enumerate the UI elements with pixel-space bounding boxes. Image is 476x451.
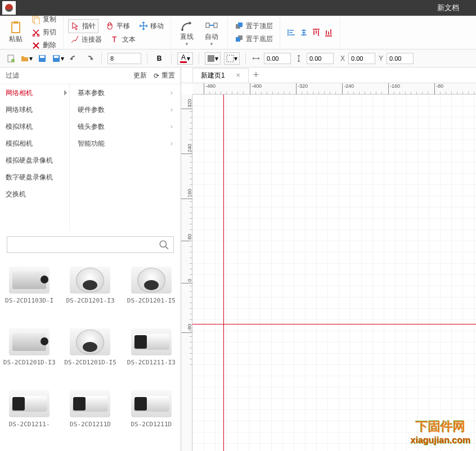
open-file-button[interactable]: ▾ bbox=[20, 52, 33, 65]
svg-rect-20 bbox=[54, 56, 59, 58]
pan-button[interactable]: 平移 bbox=[103, 19, 132, 33]
subcategory-item[interactable]: 硬件参数› bbox=[70, 101, 181, 118]
font-color-button[interactable]: A▾ bbox=[177, 52, 193, 65]
send-back-button[interactable]: 置于底层 bbox=[232, 33, 275, 46]
font-size-input[interactable] bbox=[107, 53, 141, 64]
fill-color-button[interactable]: ▾ bbox=[205, 52, 221, 65]
titlebar: 新文档 bbox=[0, 0, 476, 16]
product-thumbnail bbox=[70, 328, 110, 355]
height-icon bbox=[294, 54, 303, 63]
product-label: DS-2CD1201-I3 bbox=[66, 297, 114, 305]
align-bottom-icon[interactable] bbox=[324, 28, 333, 37]
search-icon[interactable] bbox=[159, 240, 169, 250]
product-label: DS-2CD1211-I3 bbox=[127, 359, 176, 367]
sidebar: 过滤 更新 ⟳重置 网络相机网络球机模拟球机模拟相机模拟硬盘录像机数字硬盘录像机… bbox=[0, 67, 181, 451]
product-label: DS-2CD1201D-I3 bbox=[3, 359, 56, 367]
product-item[interactable]: DS-2CD1211D bbox=[122, 387, 181, 447]
product-thumbnail bbox=[131, 390, 172, 417]
text-icon: T bbox=[111, 35, 120, 44]
product-item[interactable]: DS-2CD1201D-I5 bbox=[61, 325, 119, 385]
bring-front-button[interactable]: 置于顶层 bbox=[232, 20, 275, 33]
chevron-right-icon: › bbox=[170, 89, 173, 97]
search-box[interactable] bbox=[7, 236, 174, 253]
category-item[interactable]: 模拟相机 bbox=[0, 135, 69, 152]
category-item[interactable]: 模拟硬盘录像机 bbox=[0, 152, 69, 169]
cut-button[interactable]: 剪切 bbox=[29, 26, 59, 39]
product-item[interactable]: DS-2CD1201D-I3 bbox=[0, 325, 59, 385]
svg-rect-21 bbox=[208, 55, 214, 62]
chevron-right-icon: › bbox=[170, 139, 173, 147]
add-tab-button[interactable]: + bbox=[253, 69, 259, 81]
undo-button[interactable] bbox=[68, 52, 80, 65]
subcategory-item[interactable]: 基本参数› bbox=[70, 84, 181, 101]
svg-rect-0 bbox=[12, 22, 20, 33]
cut-icon bbox=[32, 28, 41, 37]
product-grid: DS-2CD1103D-IDS-2CD1201-I3DS-2CD1201-I5D… bbox=[0, 259, 181, 451]
ruler-vertical: 320240160800-80 bbox=[181, 94, 192, 451]
category-item[interactable]: 数字硬盘录像机 bbox=[0, 169, 69, 186]
refresh-icon: ⟳ bbox=[154, 72, 159, 80]
filter-label: 过滤 bbox=[6, 71, 127, 80]
y-input[interactable] bbox=[387, 53, 414, 64]
product-label: DS-2CD1201D-I5 bbox=[64, 359, 116, 367]
subcategory-item[interactable]: 镜头参数› bbox=[70, 118, 181, 135]
connector-icon bbox=[70, 35, 79, 44]
save-as-button[interactable]: ▾ bbox=[52, 52, 64, 65]
product-thumbnail bbox=[131, 267, 172, 294]
align-top-icon[interactable] bbox=[312, 28, 321, 37]
reset-button[interactable]: ⟳重置 bbox=[154, 71, 175, 80]
width-icon bbox=[252, 54, 261, 63]
product-item[interactable]: DS-2CD1103D-I bbox=[0, 263, 59, 323]
subcategory-item[interactable]: 智能功能› bbox=[70, 135, 181, 152]
product-label: DS-2CD1103D-I bbox=[5, 297, 53, 305]
border-style-button[interactable]: ▾ bbox=[224, 52, 240, 65]
search-input[interactable] bbox=[12, 241, 159, 249]
bold-button[interactable]: B bbox=[153, 52, 165, 65]
product-item[interactable]: DS-2CD1211D bbox=[61, 387, 119, 447]
product-label: DS-2CD1201-I5 bbox=[127, 297, 176, 305]
product-thumbnail bbox=[9, 328, 50, 355]
paste-button[interactable]: 粘贴 bbox=[5, 19, 27, 46]
copy-button[interactable]: 复制 bbox=[29, 13, 59, 26]
svg-point-23 bbox=[160, 241, 166, 247]
align-left-icon[interactable] bbox=[287, 28, 296, 37]
delete-button[interactable]: 删除 bbox=[29, 39, 59, 52]
product-item[interactable]: DS-2CD1211-I3 bbox=[122, 325, 181, 385]
pointer-icon bbox=[71, 21, 80, 30]
product-thumbnail bbox=[70, 390, 110, 417]
product-item[interactable]: DS-2CD1211- bbox=[0, 387, 59, 447]
line-button[interactable]: 直线▼ bbox=[176, 16, 198, 49]
auto-button[interactable]: 自动▼ bbox=[200, 16, 223, 49]
copy-icon bbox=[32, 15, 41, 24]
x-input[interactable] bbox=[348, 53, 375, 64]
close-tab-icon[interactable]: × bbox=[236, 71, 240, 79]
category-item[interactable]: 网络相机 bbox=[0, 84, 69, 101]
product-item[interactable]: DS-2CD1201-I3 bbox=[61, 263, 119, 323]
align-center-icon[interactable] bbox=[299, 28, 308, 37]
product-item[interactable]: DS-2CD1201-I5 bbox=[122, 263, 181, 323]
y-label: Y bbox=[379, 55, 383, 62]
redo-button[interactable] bbox=[83, 52, 96, 65]
category-item[interactable]: 网络球机 bbox=[0, 101, 69, 118]
canvas-area: 新建页1 × + -480-400-320-240-160-80 3202401… bbox=[181, 67, 476, 451]
svg-text:+: + bbox=[12, 59, 14, 62]
update-button[interactable]: 更新 bbox=[133, 71, 147, 80]
tab-bar: 新建页1 × + bbox=[181, 67, 476, 83]
save-button[interactable] bbox=[36, 52, 48, 65]
tab-page1[interactable]: 新建页1 × bbox=[192, 68, 249, 83]
category-item[interactable]: 交换机 bbox=[0, 186, 69, 202]
category-item[interactable]: 模拟球机 bbox=[0, 118, 69, 135]
height-input[interactable] bbox=[307, 53, 334, 64]
origin-line-v bbox=[223, 94, 224, 451]
canvas[interactable]: 下固件网 xiagujian.com bbox=[192, 94, 476, 451]
svg-rect-8 bbox=[206, 23, 209, 28]
chevron-right-icon: › bbox=[170, 123, 173, 130]
text-button[interactable]: T文本 bbox=[109, 33, 138, 46]
filter-bar: 过滤 更新 ⟳重置 bbox=[0, 67, 181, 84]
new-file-button[interactable]: + bbox=[5, 52, 17, 65]
pointer-button[interactable]: 指针 bbox=[68, 19, 98, 33]
connector-button[interactable]: 连接器 bbox=[68, 33, 104, 46]
move-button[interactable]: 移动 bbox=[137, 19, 166, 33]
product-thumbnail bbox=[70, 267, 110, 294]
width-input[interactable] bbox=[264, 53, 291, 64]
